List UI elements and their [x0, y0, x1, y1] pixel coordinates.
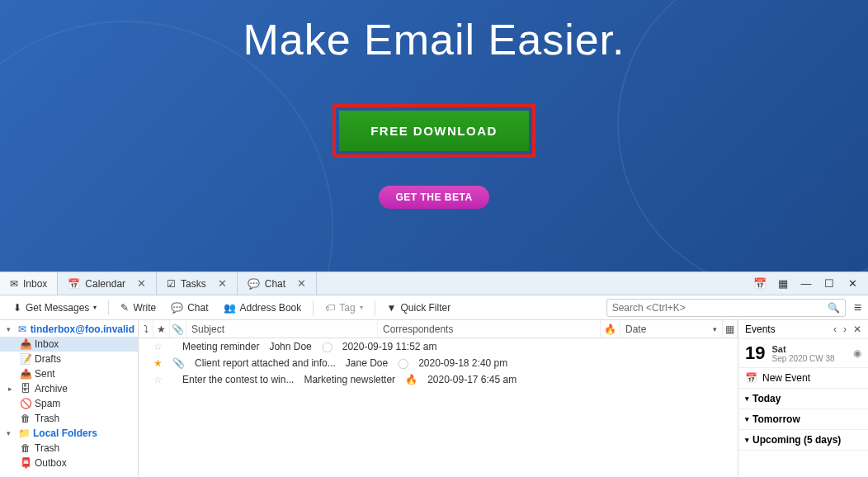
folder-local-trash[interactable]: 🗑Trash [0, 441, 138, 456]
message-row[interactable]: ☆ Enter the contest to win... Marketing … [139, 371, 738, 388]
window-controls: 📅 ▦ — ☐ ✕ [744, 272, 868, 295]
local-folders-node[interactable]: ▾ 📁 Local Folders [0, 426, 138, 441]
folder-inbox[interactable]: 📥Inbox [0, 337, 138, 352]
sort-icon: ▾ [713, 325, 717, 333]
download-icon: ⬇ [13, 302, 21, 314]
folder-sent[interactable]: 📤Sent [0, 366, 138, 381]
chat-icon: 💬 [171, 302, 183, 314]
get-beta-button[interactable]: GET THE BETA [379, 186, 488, 209]
col-picker[interactable]: ▦ [723, 320, 738, 338]
prev-icon[interactable]: ‹ [833, 324, 837, 335]
get-messages-button[interactable]: ⬇ Get Messages ▾ [7, 299, 103, 317]
account-node[interactable]: ▾ ✉ tinderbox@foo.invalid [0, 322, 138, 337]
account-label: tinderbox@foo.invalid [31, 324, 134, 335]
section-tomorrow[interactable]: ▾Tomorrow [738, 409, 868, 430]
filter-icon: ▼ [387, 302, 397, 314]
msg-from: Marketing newsletter [299, 371, 400, 388]
sent-icon: 📤 [20, 368, 31, 380]
col-hot[interactable]: 🔥 [601, 320, 620, 338]
msg-date: 2020-09-17 6:45 am [422, 371, 521, 388]
folder-outbox[interactable]: 📮Outbox [0, 456, 138, 470]
folder-label: Spam [35, 398, 60, 409]
tab-inbox[interactable]: ✉ Inbox [0, 272, 58, 295]
msg-subject: Client report attached and info... [190, 355, 341, 371]
tab-tasks[interactable]: ☑ Tasks ✕ [157, 272, 238, 295]
tasks-pane-icon[interactable]: ▦ [777, 278, 789, 290]
new-event-button[interactable]: 📅 New Event [738, 368, 868, 389]
folder-spam[interactable]: 🚫Spam [0, 396, 138, 411]
attachment-icon: 📎 [167, 355, 190, 371]
col-subject[interactable]: Subject [186, 320, 378, 338]
chevron-down-icon: ▾ [745, 394, 749, 403]
folder-trash[interactable]: 🗑Trash [0, 411, 138, 426]
trash-icon: 🗑 [20, 442, 31, 454]
search-input[interactable] [612, 302, 828, 314]
pencil-icon: ✎ [120, 302, 129, 314]
hot-indicator: ◯ [393, 355, 413, 371]
maximize-icon[interactable]: ☐ [823, 278, 835, 290]
folder-drafts[interactable]: 📝Drafts [0, 352, 138, 366]
column-headers: ⤵ ★ 📎 Subject Correspondents 🔥 Date▾ ▦ [139, 320, 738, 338]
folder-archive[interactable]: ▸🗄Archive [0, 381, 138, 396]
message-row[interactable]: ☆ Meeting reminder John Doe ◯ 2020-09-19… [139, 338, 738, 355]
section-upcoming[interactable]: ▾Upcoming (5 days) [738, 430, 868, 451]
toolbar: ⬇ Get Messages ▾ ✎ Write 💬 Chat 👥 Addres… [0, 295, 868, 320]
tab-chat[interactable]: 💬 Chat ✕ [238, 272, 317, 295]
message-row[interactable]: ★ 📎 Client report attached and info... J… [139, 355, 738, 371]
close-icon[interactable]: ✕ [297, 277, 306, 290]
address-book-button[interactable]: 👥 Address Book [217, 299, 309, 317]
chevron-down-icon: ▾ [745, 436, 749, 444]
hero-headline: Make Email Easier. [243, 15, 625, 64]
email-app-window: ✉ Inbox 📅 Calendar ✕ ☑ Tasks ✕ 💬 Chat ✕ … [0, 272, 868, 477]
message-list: ⤵ ★ 📎 Subject Correspondents 🔥 Date▾ ▦ ☆… [139, 320, 738, 477]
toolbar-label: Quick Filter [400, 302, 451, 314]
calendar-pane-icon[interactable]: 📅 [754, 278, 766, 290]
close-icon[interactable]: ✕ [137, 277, 146, 290]
today-icon[interactable]: ◉ [853, 347, 861, 359]
hamburger-menu-icon[interactable]: ≡ [854, 300, 861, 315]
quick-filter-button[interactable]: ▼ Quick Filter [380, 299, 458, 317]
book-icon: 👥 [224, 302, 236, 314]
star-toggle[interactable]: ☆ [149, 371, 167, 388]
write-button[interactable]: ✎ Write [114, 299, 163, 317]
col-star[interactable]: ★ [153, 320, 170, 338]
col-thread[interactable]: ⤵ [139, 320, 153, 338]
chat-button[interactable]: 💬 Chat [164, 299, 215, 317]
section-label: Tomorrow [752, 413, 800, 425]
close-pane-icon[interactable]: ✕ [853, 324, 861, 335]
toolbar-label: Tag [339, 302, 355, 314]
col-attachment[interactable]: 📎 [170, 320, 186, 338]
folder-label: Inbox [35, 338, 59, 350]
collapse-icon[interactable]: ▾ [7, 429, 15, 437]
events-title: Events [745, 324, 776, 335]
star-toggle[interactable]: ★ [149, 355, 167, 371]
tab-label: Tasks [181, 278, 206, 290]
message-rows: ☆ Meeting reminder John Doe ◯ 2020-09-19… [139, 338, 738, 477]
tab-calendar[interactable]: 📅 Calendar ✕ [58, 272, 157, 295]
search-icon[interactable]: 🔍 [828, 302, 840, 314]
close-window-icon[interactable]: ✕ [847, 278, 858, 290]
close-icon[interactable]: ✕ [218, 277, 227, 290]
tab-label: Inbox [23, 278, 47, 290]
day-number: 19 [745, 342, 765, 364]
expand-icon[interactable]: ▸ [8, 385, 17, 393]
col-date-label: Date [625, 324, 646, 335]
tab-bar: ✉ Inbox 📅 Calendar ✕ ☑ Tasks ✕ 💬 Chat ✕ … [0, 272, 868, 295]
day-of-week: Sat [771, 344, 834, 354]
mail-icon: ✉ [10, 278, 18, 290]
col-correspondents[interactable]: Correspondents [378, 320, 601, 338]
search-box[interactable]: 🔍 [606, 299, 846, 317]
free-download-button[interactable]: FREE DOWNLOAD [339, 111, 529, 151]
archive-icon: 🗄 [20, 383, 31, 394]
minimize-icon[interactable]: — [800, 278, 812, 290]
next-icon[interactable]: › [843, 324, 847, 335]
section-today[interactable]: ▾Today [738, 389, 868, 409]
star-toggle[interactable]: ☆ [149, 338, 167, 355]
tag-button[interactable]: 🏷 Tag ▾ [318, 299, 369, 317]
folder-icon: 📁 [18, 427, 30, 439]
folder-label: Drafts [35, 353, 61, 365]
col-date[interactable]: Date▾ [620, 320, 723, 338]
toolbar-label: Chat [187, 302, 208, 314]
msg-date: 2020-09-18 2:40 pm [413, 355, 512, 371]
collapse-icon[interactable]: ▾ [7, 325, 14, 333]
